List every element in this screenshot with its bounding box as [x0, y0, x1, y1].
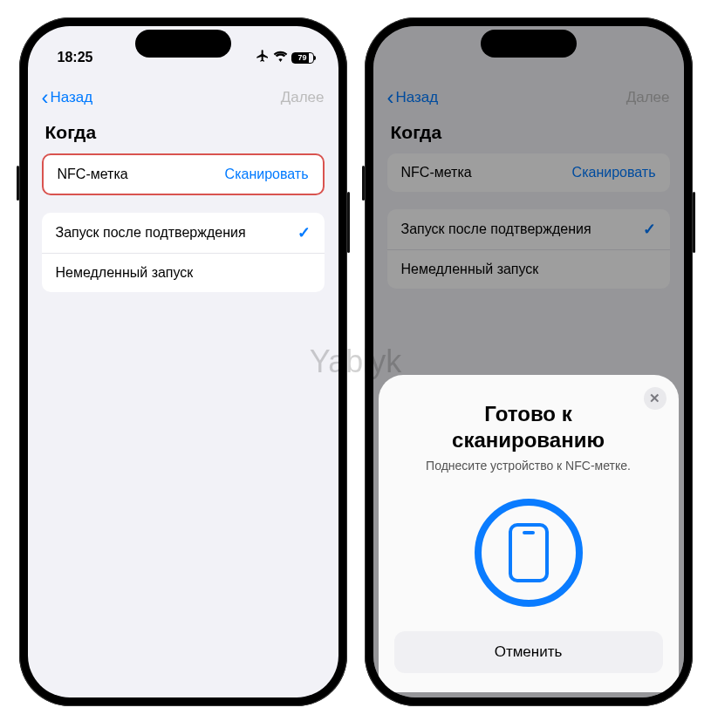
chevron-left-icon: ‹	[42, 87, 49, 108]
screen-left: 18:25 79 ‹ Назад Далее Когд	[28, 26, 338, 697]
airplane-mode-icon	[256, 49, 270, 66]
battery-icon: 79	[291, 52, 314, 64]
option-after-confirm[interactable]: Запуск после подтверждения ✓	[42, 213, 325, 254]
dynamic-island	[135, 30, 231, 58]
dynamic-island	[481, 30, 577, 58]
nfc-circle-icon	[475, 499, 583, 607]
close-icon: ✕	[649, 391, 660, 406]
scan-button[interactable]: Сканировать	[225, 167, 309, 182]
nfc-tag-row[interactable]: NFC-метка Сканировать	[44, 155, 323, 194]
sheet-title: Готово к сканированию	[394, 401, 663, 453]
back-button[interactable]: ‹ Назад	[42, 87, 93, 108]
next-button: Далее	[281, 89, 325, 106]
option-confirm-label: Запуск после подтверждения	[56, 225, 246, 241]
section-title: Когда	[28, 117, 338, 153]
nfc-scan-sheet: ✕ Готово к сканированию Поднесите устрой…	[379, 375, 679, 692]
status-time: 18:25	[58, 50, 93, 65]
back-label: Назад	[51, 89, 93, 106]
nfc-tag-row-group: NFC-метка Сканировать	[42, 153, 325, 195]
phone-mockup-left: 18:25 79 ‹ Назад Далее Когд	[19, 17, 347, 706]
phone-mockup-right: ‹ Назад Далее Когда NFC-метка Сканироват…	[365, 17, 693, 706]
nav-bar: ‹ Назад Далее	[28, 75, 338, 117]
run-options-group: Запуск после подтверждения ✓ Немедленный…	[42, 213, 325, 292]
close-button[interactable]: ✕	[644, 387, 667, 410]
cancel-button[interactable]: Отменить	[394, 631, 663, 673]
nfc-label: NFC-метка	[58, 167, 128, 182]
screen-right: ‹ Назад Далее Когда NFC-метка Сканироват…	[373, 26, 684, 697]
sheet-subtitle: Поднесите устройство к NFC-метке.	[394, 459, 663, 473]
option-immediate-label: Немедленный запуск	[56, 265, 194, 281]
nfc-graphic	[394, 499, 663, 607]
option-immediate[interactable]: Немедленный запуск	[42, 254, 325, 292]
checkmark-icon: ✓	[297, 223, 311, 242]
nfc-phone-icon	[509, 523, 549, 582]
wifi-icon	[273, 50, 288, 65]
